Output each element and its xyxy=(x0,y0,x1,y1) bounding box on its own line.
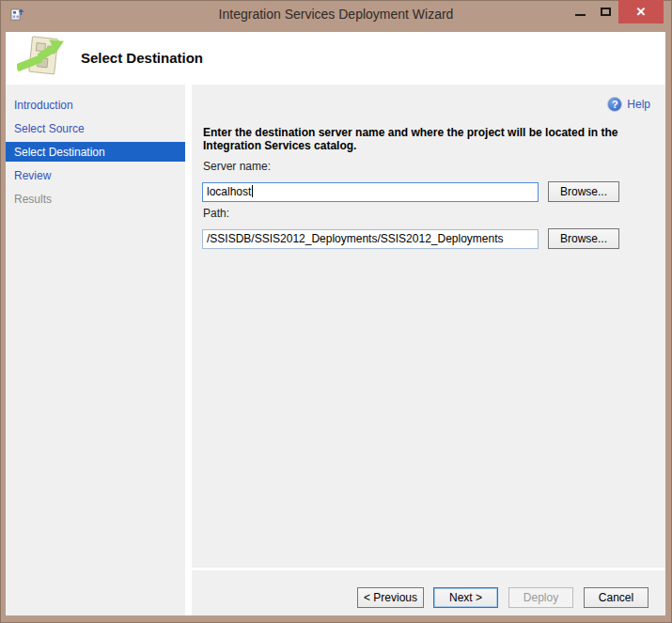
sidebar-item-select-source[interactable]: Select Source xyxy=(6,118,185,138)
server-name-input[interactable]: localhost xyxy=(202,182,539,202)
minimize-button[interactable] xyxy=(568,0,593,23)
sidebar-content-divider xyxy=(185,85,192,615)
sidebar-item-review[interactable]: Review xyxy=(6,165,185,185)
app-icon xyxy=(9,7,24,22)
server-name-label: Server name: xyxy=(203,160,271,173)
path-label: Path: xyxy=(203,207,229,220)
deploy-button: Deploy xyxy=(508,587,573,608)
wizard-header: Select Destination xyxy=(6,32,665,85)
maximize-button[interactable] xyxy=(593,0,618,23)
minimize-icon xyxy=(575,14,586,16)
cancel-button[interactable]: Cancel xyxy=(584,587,649,608)
sidebar-item-label: Select Destination xyxy=(14,146,105,159)
path-value: /SSISDB/SSIS2012_Deployments/SSIS2012_De… xyxy=(207,232,504,245)
sidebar-item-results: Results xyxy=(6,189,185,209)
select-destination-page: ? Help Enter the destination server name… xyxy=(192,85,665,568)
sidebar-item-label: Results xyxy=(14,193,52,206)
previous-button[interactable]: < Previous xyxy=(357,587,424,608)
close-button[interactable]: ✕ xyxy=(618,0,664,23)
sidebar-item-label: Review xyxy=(14,169,51,182)
close-icon: ✕ xyxy=(618,0,664,23)
help-link[interactable]: ? Help xyxy=(607,97,650,112)
path-input[interactable]: /SSISDB/SSIS2012_Deployments/SSIS2012_De… xyxy=(202,229,539,249)
browse-server-button[interactable]: Browse... xyxy=(548,181,619,202)
sidebar-item-select-destination[interactable]: Select Destination xyxy=(6,142,185,162)
instruction-text: Enter the destination server name and wh… xyxy=(203,126,660,152)
help-icon: ? xyxy=(607,97,622,112)
maximize-icon xyxy=(601,8,611,16)
deployment-icon xyxy=(17,34,64,81)
sidebar-item-label: Introduction xyxy=(14,99,73,112)
text-caret xyxy=(252,185,253,197)
wizard-steps-sidebar: Introduction Select Source Select Destin… xyxy=(6,85,185,615)
titlebar: Integration Services Deployment Wizard ✕ xyxy=(0,0,672,32)
wizard-window: Integration Services Deployment Wizard ✕ xyxy=(0,0,672,623)
help-label: Help xyxy=(627,98,650,111)
browse-path-button[interactable]: Browse... xyxy=(548,228,619,249)
window-title: Integration Services Deployment Wizard xyxy=(56,0,616,28)
sidebar-item-label: Select Source xyxy=(14,122,85,135)
sidebar-item-introduction[interactable]: Introduction xyxy=(6,95,185,115)
server-name-value: localhost xyxy=(207,185,251,198)
next-button[interactable]: Next > xyxy=(433,587,498,608)
page-title: Select Destination xyxy=(81,32,203,85)
